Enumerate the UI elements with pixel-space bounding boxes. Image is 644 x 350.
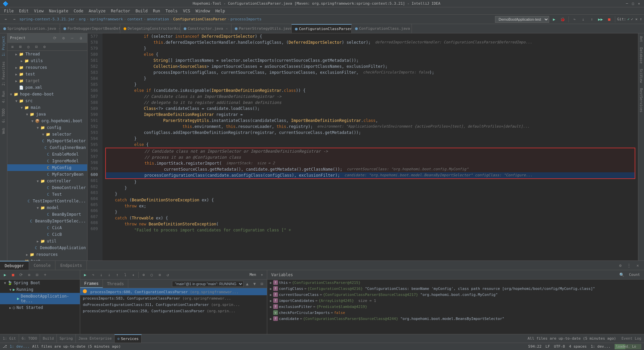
tree-item-testimportcontroller[interactable]: ▶ C TestImportControlle... (7, 198, 87, 204)
var-this[interactable]: ▶ f this = {ConfigurationClassParser@421… (267, 280, 644, 286)
bottom-tab-console[interactable]: Console (29, 261, 56, 270)
menu-vcs[interactable]: VCS (180, 8, 193, 14)
settings-button[interactable]: ⚙ (41, 43, 48, 50)
step-over-button[interactable]: ↷ (571, 16, 578, 23)
breadcrumb-org[interactable]: org (79, 17, 86, 21)
tree-item-resources-sub[interactable]: ▶ 📁 resources (7, 251, 87, 258)
bottom-strip-git[interactable]: 1: Git (0, 334, 19, 343)
tree-item-myconfig[interactable]: ▶ C MyConfig (7, 164, 87, 171)
services-add-button[interactable]: + (41, 271, 49, 279)
var-search-button[interactable]: 🔍 (618, 271, 626, 279)
bottom-strip-java-enterprise[interactable]: Java Enterprise (76, 334, 115, 343)
frame-processimports-583[interactable]: processImports:583, ConfigurationClassPa… (80, 295, 267, 302)
thread-down-button[interactable]: ▼ (251, 280, 258, 288)
breadcrumb-method[interactable]: processImports (230, 17, 262, 21)
locate-file-button[interactable]: ◎ (25, 43, 32, 50)
left-tab-project[interactable]: 1: Project (1, 33, 6, 59)
tree-item-myfactorybean[interactable]: ▶ C MyFactoryBean (7, 171, 87, 178)
var-checkforcircular[interactable]: ▶ v checkForCircularImports = false (267, 310, 644, 316)
var-candidate[interactable]: ▶ f candidate = {ConfigurationClassParse… (267, 316, 644, 322)
debug-tab-frames[interactable]: Frames (80, 280, 103, 288)
bottom-strip-todo[interactable]: 6: TODO (19, 334, 40, 343)
bottom-strip-build[interactable]: Build (40, 334, 57, 343)
nav-back-button[interactable]: ⬅ (2, 16, 9, 23)
bottom-tab-endpoints[interactable]: Endpoints (55, 261, 87, 270)
tree-item-target-top[interactable]: ▶ 📁 target (7, 77, 87, 84)
project-pin-button[interactable]: a (77, 34, 85, 42)
bottom-strip-spring[interactable]: Spring (57, 334, 76, 343)
tab-close-constructor[interactable]: ✕ (226, 27, 228, 30)
tree-item-src[interactable]: ▼ 📁 src (7, 98, 87, 104)
tree-item-main[interactable]: ▼ 📁 main (7, 104, 87, 111)
debug-eval-button[interactable]: ✦ (130, 271, 137, 279)
status-lf[interactable]: LF (545, 344, 550, 349)
thread-filter-button[interactable]: ⊟ (258, 280, 266, 288)
services-run-button[interactable]: ▶ (1, 271, 9, 279)
bottom-strip-services[interactable]: ⚙ Services (115, 334, 142, 343)
tab-delegating[interactable]: DelegatingConstructorAccessorImpl.class … (120, 24, 180, 33)
tree-item-test-top[interactable]: ▶ 📁 test (7, 71, 87, 77)
tree-item-test-sub[interactable]: ▶ 📁 test (7, 258, 87, 260)
collapse-all-button[interactable]: ≡ (9, 43, 16, 50)
step-out-button[interactable]: ↑ (588, 16, 596, 23)
code-lines[interactable]: if (selector instanceof DeferredImportSe… (103, 33, 638, 260)
tree-item-democontroller[interactable]: ▶ C DemoController (7, 184, 87, 191)
tree-item-enablemodel[interactable]: ▶ C EnableModel (7, 151, 87, 158)
resume-button[interactable]: ▶▶ (597, 16, 604, 23)
tree-item-test-class[interactable]: ▶ C Test (7, 191, 87, 198)
menu-navigate[interactable]: Navigate (46, 8, 71, 14)
tree-item-beanbyimport[interactable]: ▶ C BeanByImport (7, 211, 87, 218)
tree-item-pom-top[interactable]: ▶ 📄 pom.xml (7, 84, 87, 91)
menu-view[interactable]: View (31, 8, 46, 14)
thread-select[interactable]: "main"@1 in group "main": RUNNING (172, 281, 244, 287)
bottom-settings-button[interactable]: ⚙ (617, 262, 624, 269)
menu-code[interactable]: Code (71, 8, 86, 14)
tab-springapplication[interactable]: SpringApplication.java ✕ (0, 24, 60, 33)
tree-item-beansbyimportselector[interactable]: ▶ C BeansByImportSelec... (7, 218, 87, 224)
service-running[interactable]: ▼ ▶ Running (0, 286, 80, 293)
run-config-select[interactable]: DemoBootApplication-test (495, 16, 549, 23)
services-group-button[interactable]: ≡ (25, 271, 33, 279)
debug-run-cursor-button[interactable]: ⤵ (122, 271, 129, 279)
menu-analyze[interactable]: Analyze (86, 8, 108, 14)
service-demoapplication[interactable]: ▶ ▶ DemoBootApplication-te... (0, 293, 80, 304)
run-button[interactable]: ▶ (550, 16, 558, 23)
menu-window[interactable]: Window (193, 8, 212, 14)
var-exclusionfilter[interactable]: ▶ f exclusionFilter = {Predicate$lambda@… (267, 304, 644, 310)
frame-doprocess-311[interactable]: doProcessConfigurationClass:311, Configu… (80, 302, 267, 308)
tree-item-hope-demo-boot[interactable]: ▼ 📁 hope-demo-boot (7, 91, 87, 98)
thread-up-button[interactable]: ▲ (244, 280, 251, 288)
tree-item-java[interactable]: ▼ 📁 java (7, 111, 87, 118)
frame-processimports-600[interactable]: processImports:600, ConfigurationClassPa… (80, 288, 267, 295)
services-restart-button[interactable]: ⟳ (17, 271, 25, 279)
service-spring-boot[interactable]: ▼ 🍃 Spring Boot (0, 280, 80, 286)
breadcrumb-springframework[interactable]: springframework (90, 17, 123, 21)
event-log-button[interactable]: Event Log (619, 334, 644, 343)
right-tab-restservices[interactable]: RestServices (639, 85, 644, 115)
step-into-button[interactable]: ↓ (580, 16, 587, 23)
tree-item-selector[interactable]: ▼ 📁 selector (7, 131, 87, 138)
frame-processconfig-250[interactable]: processConfigurationClass:250, Configura… (80, 308, 267, 314)
tab-configclass[interactable]: ConfigurationClass.java ✕ (352, 24, 412, 33)
bottom-tab-debugger[interactable]: Debugger (0, 261, 29, 270)
debug-resume-button[interactable]: ▶ (82, 271, 89, 279)
tab-configclassparser[interactable]: ConfigurationClassParser.java ✕ (292, 24, 352, 33)
menu-help[interactable]: Help (213, 8, 228, 14)
status-branch[interactable]: 1: dev... (10, 344, 30, 349)
breadcrumb-context[interactable]: context (127, 17, 143, 21)
tree-item-thread[interactable]: ▶ 📁 Thread (7, 51, 87, 57)
tree-item-cica[interactable]: ▶ C CicA (7, 224, 87, 231)
project-sync-button[interactable]: ⟳ (51, 34, 58, 42)
tree-item-demobootapplication[interactable]: ▶ C DemoBootApplication (7, 244, 87, 251)
debug-step-over-button[interactable]: ↷ (90, 271, 97, 279)
tree-item-cicb[interactable]: ▶ C CicB (7, 231, 87, 238)
bottom-close-button[interactable]: ✕ (634, 262, 641, 269)
left-tab-favorites[interactable]: 2: Favorites (1, 59, 6, 88)
tree-item-resources-main[interactable]: ▶ 📁 resources (7, 64, 87, 71)
debug-settings-button[interactable]: ▾ (258, 271, 266, 279)
tree-item-ignoremodel[interactable]: ▶ C IgnoreModel (7, 158, 87, 164)
nav-forward-button[interactable]: ➡ (11, 16, 18, 23)
maximize-button[interactable]: □ (631, 1, 635, 6)
tree-item-myimportselector[interactable]: ▶ C MyImportSelector (7, 138, 87, 144)
status-position[interactable]: 594:22 (528, 344, 541, 349)
